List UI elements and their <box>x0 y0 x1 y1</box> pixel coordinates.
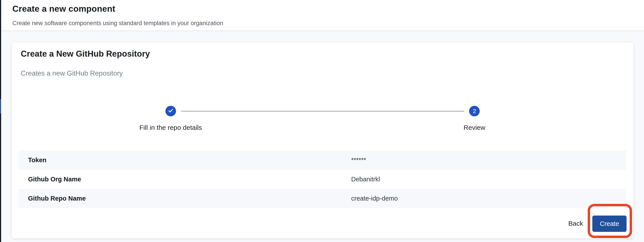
create-button[interactable]: Create <box>592 216 626 232</box>
step-review: 2 Review <box>323 106 626 131</box>
table-row: Github Org Name Debanitrkl <box>19 170 626 189</box>
card-title: Create a New GitHub Repository <box>21 49 150 59</box>
step-number: 2 <box>473 108 476 115</box>
scaffolder-create-page: Create a new component Create new softwa… <box>0 0 644 242</box>
page-title: Create a new component <box>12 4 115 14</box>
sidebar-active-indicator <box>0 99 1 114</box>
row-value: Debanitrkl <box>351 176 380 183</box>
step-completed-circle <box>166 106 176 116</box>
sidebar-edge <box>0 0 1 242</box>
step-fill-repo-details: Fill in the repo details <box>19 106 323 131</box>
wizard-stepper: Fill in the repo details 2 Review <box>19 106 626 131</box>
row-value: create-idp-demo <box>351 195 398 202</box>
step-label: Review <box>464 124 485 131</box>
row-label: Github Org Name <box>28 176 351 183</box>
page-subtitle: Create new software components using sta… <box>12 20 223 27</box>
table-row: Token ****** <box>19 150 626 170</box>
step-label: Fill in the repo details <box>139 124 202 131</box>
step-active-circle: 2 <box>469 106 480 116</box>
card-subtitle: Creates a new GitHub Repository <box>21 69 123 77</box>
page-header: Create a new component Create new softwa… <box>0 0 644 31</box>
row-label: Token <box>28 156 351 164</box>
back-button[interactable]: Back <box>560 215 592 232</box>
review-table: Token ****** Github Org Name Debanitrkl … <box>19 150 626 208</box>
table-row: Github Repo Name create-idp-demo <box>19 189 626 208</box>
template-wizard-card: Create a New GitHub Repository Creates a… <box>12 43 634 239</box>
row-value: ****** <box>351 156 366 164</box>
check-icon <box>168 108 174 114</box>
row-label: Github Repo Name <box>28 195 351 202</box>
